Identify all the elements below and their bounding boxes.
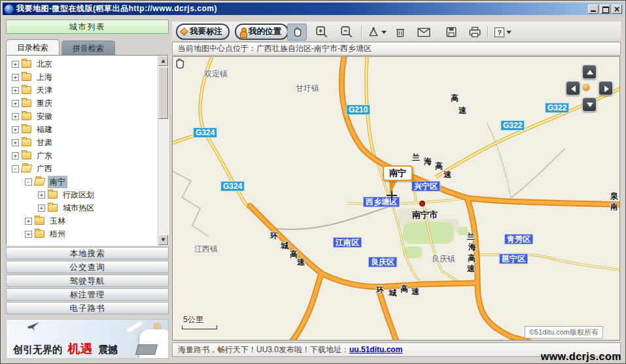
road-name-char: 兰	[412, 152, 420, 163]
tree-item-甘肃[interactable]: +甘肃	[7, 136, 158, 149]
tree-item-广西[interactable]: -广西	[7, 162, 158, 175]
my-location-button[interactable]: 我的位置	[235, 24, 288, 40]
road-name-char: 城	[281, 240, 288, 252]
tree-item-广东[interactable]: +广东	[7, 149, 158, 162]
road-name-char: 高	[451, 93, 459, 104]
toolbar-separator	[487, 25, 488, 39]
delete-button[interactable]	[391, 24, 410, 41]
district-badge: 良庆区	[368, 257, 397, 267]
tab-pinyin-search[interactable]: 拼音检索	[61, 41, 115, 55]
laptop-graphic	[135, 344, 158, 355]
close-button[interactable]	[612, 5, 622, 14]
map-callout[interactable]: 南宁	[383, 165, 413, 181]
expand-icon[interactable]: +	[12, 61, 19, 68]
tree-item-天津[interactable]: +天津	[7, 84, 158, 97]
dropdown-caret-icon	[381, 31, 387, 34]
expand-icon[interactable]: +	[12, 139, 19, 146]
promo-link[interactable]: uu.51ditu.com	[349, 345, 402, 354]
tree-item-行政区划[interactable]: +行政区划	[7, 188, 158, 201]
person-icon	[240, 27, 246, 37]
sidebar-button-驾驶导航[interactable]: 驾驶导航	[6, 274, 169, 287]
mail-icon	[417, 26, 430, 38]
sidebar-button-电子路书[interactable]: 电子路书	[6, 302, 169, 314]
road-name-char: 城	[389, 288, 396, 299]
mail-button[interactable]	[414, 24, 434, 41]
annotate-button[interactable]: 我要标注	[176, 24, 230, 40]
sidebar-button-公交查询[interactable]: 公交查询	[6, 261, 169, 273]
expand-icon[interactable]: +	[12, 113, 19, 120]
ad-banner[interactable]: 创引无界的 机遇 震撼	[6, 319, 169, 359]
tree-scrollbar[interactable]: ▲ ▼	[158, 56, 168, 245]
sidebar-button-本地搜索[interactable]: 本地搜索	[6, 247, 169, 259]
print-button[interactable]	[465, 24, 485, 41]
tree-item-label: 甘肃	[35, 137, 54, 149]
expand-icon[interactable]: +	[38, 205, 45, 212]
city-marker-dot	[419, 201, 425, 207]
maximize-button[interactable]	[600, 5, 610, 14]
road-name-char: 海	[468, 242, 476, 253]
measure-tool-button[interactable]	[364, 24, 389, 41]
save-icon	[445, 26, 457, 38]
collapse-icon[interactable]: -	[12, 165, 19, 173]
folder-icon	[22, 152, 31, 159]
road-name-char: 环	[270, 231, 278, 242]
expand-icon[interactable]: +	[12, 74, 19, 81]
help-icon: ?	[495, 27, 504, 37]
collapse-icon[interactable]: -	[25, 178, 32, 186]
pan-left-button[interactable]	[566, 81, 580, 95]
road-name-char: 速	[443, 169, 451, 180]
road-number-badge: G322	[500, 120, 525, 131]
tree-item-label: 玉林	[48, 215, 67, 227]
sidebar-button-标注管理[interactable]: 标注管理	[6, 288, 169, 301]
pan-tool-button[interactable]	[287, 24, 307, 41]
zoom-in-button[interactable]	[312, 24, 332, 41]
map-canvas[interactable]: G210G322G322G324G324兴宁区西乡塘区江南区良庆区青秀区邕宁区双…	[172, 56, 620, 340]
scrollbar-thumb[interactable]	[158, 67, 168, 119]
tree-item-上海[interactable]: +上海	[7, 71, 158, 84]
tree-item-安徽[interactable]: +安徽	[7, 110, 158, 123]
folder-icon	[22, 125, 31, 133]
town-label: 甘圩镇	[296, 83, 319, 94]
pan-right-button[interactable]	[599, 81, 613, 95]
expand-icon[interactable]: +	[12, 87, 19, 94]
zoom-out-icon	[341, 26, 353, 39]
tree-item-label: 南宁	[48, 176, 67, 188]
tree-item-福建[interactable]: +福建	[7, 123, 158, 136]
help-button[interactable]: ?	[491, 24, 515, 41]
expand-icon[interactable]: +	[12, 100, 19, 107]
pan-up-button[interactable]	[582, 65, 597, 79]
tab-directory-search[interactable]: 目录检索	[6, 39, 60, 55]
save-button[interactable]	[442, 24, 461, 41]
tree-item-南宁[interactable]: -南宁	[7, 175, 158, 188]
road-name-char: 速	[467, 263, 475, 274]
tree-item-重庆[interactable]: +重庆	[7, 97, 158, 110]
expand-icon[interactable]: +	[38, 191, 45, 199]
folder-icon	[22, 99, 31, 107]
expand-icon[interactable]: +	[25, 231, 32, 238]
folder-icon	[48, 204, 58, 212]
road-name-char: 速	[459, 105, 466, 116]
title-bar[interactable]: 我要地图-微型在线版(稻草出品http://www.dcrjs.com)	[3, 3, 623, 15]
expand-icon[interactable]: +	[12, 152, 19, 159]
expand-icon[interactable]: +	[25, 218, 32, 225]
tree-item-梧州[interactable]: +梧州	[7, 227, 158, 240]
zoom-out-button[interactable]	[337, 24, 356, 41]
hand-cursor-icon	[173, 57, 186, 70]
tree-item-城市热区[interactable]: +城市热区	[7, 201, 158, 214]
road-name-char: 兰	[467, 231, 475, 242]
expand-icon[interactable]: +	[12, 126, 19, 133]
road-name-char: 海	[424, 156, 432, 167]
minimize-button[interactable]	[588, 5, 599, 14]
scroll-up-icon[interactable]: ▲	[158, 56, 168, 66]
district-badge: 青秀区	[504, 234, 533, 244]
pan-down-button[interactable]	[582, 97, 597, 112]
folder-icon	[22, 60, 31, 68]
tree-item-北京[interactable]: +北京	[7, 58, 158, 71]
road-number-badge: G324	[220, 181, 245, 191]
tree-item-玉林[interactable]: +玉林	[7, 214, 158, 227]
pan-center-button[interactable]	[582, 84, 590, 91]
tree-item-label: 广东	[35, 150, 54, 162]
town-label: 双定镇	[204, 69, 228, 80]
folder-icon	[22, 112, 31, 120]
scroll-down-icon[interactable]: ▼	[158, 235, 168, 245]
